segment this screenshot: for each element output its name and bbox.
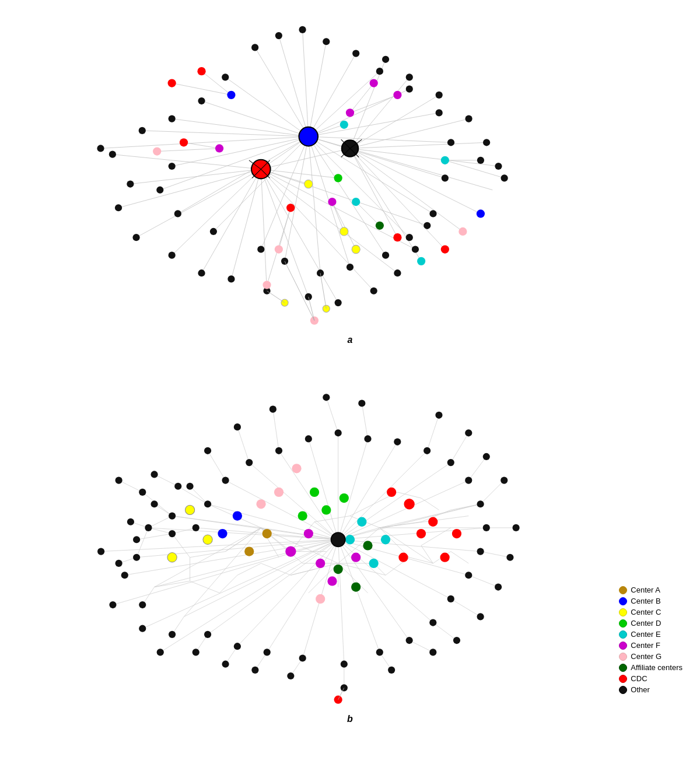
legend-item-center-f: Center F (619, 641, 682, 650)
svg-line-6 (202, 101, 309, 136)
node (157, 649, 164, 656)
node (222, 661, 229, 668)
legend-label-center-a: Center A (631, 586, 660, 594)
node-pink (316, 594, 325, 604)
legend-dot-cdc (619, 675, 627, 683)
node-pink (153, 147, 161, 155)
svg-line-182 (148, 516, 172, 528)
svg-line-59 (172, 83, 232, 95)
node-cyan (352, 198, 360, 206)
svg-line-5 (225, 77, 309, 136)
node-magenta (327, 576, 337, 586)
network-section-a: a (0, 0, 700, 350)
svg-line-113 (279, 451, 338, 539)
node (127, 180, 134, 187)
node (299, 654, 306, 661)
svg-line-69 (332, 202, 356, 249)
svg-line-191 (219, 575, 237, 593)
node-blue (227, 91, 235, 99)
node (139, 625, 146, 632)
svg-line-146 (350, 504, 374, 516)
svg-line-28 (118, 169, 261, 208)
node (323, 38, 330, 45)
svg-line-9 (101, 136, 309, 148)
node (150, 471, 158, 478)
svg-line-93 (208, 539, 338, 635)
legend: Center A Center B Center C Center D Cent… (619, 586, 682, 694)
node (477, 613, 484, 620)
node-red (440, 553, 449, 562)
node (222, 477, 229, 484)
svg-line-50 (350, 148, 421, 261)
svg-line-124 (184, 528, 261, 616)
svg-line-209 (155, 474, 178, 486)
svg-line-161 (468, 457, 486, 481)
node (169, 631, 176, 638)
node (97, 548, 104, 555)
node (406, 637, 413, 644)
svg-line-2 (303, 30, 309, 136)
section-label-b: b (347, 714, 353, 724)
node-yellow (323, 305, 330, 312)
legend-label-center-f: Center F (631, 641, 660, 650)
node-red (387, 488, 396, 497)
node-yellow (203, 535, 212, 544)
node (465, 572, 472, 579)
node (346, 264, 354, 271)
node-pink (274, 488, 284, 497)
svg-line-33 (261, 169, 267, 291)
svg-line-71 (309, 297, 314, 321)
network-svg-b (0, 350, 700, 712)
svg-line-10 (172, 136, 309, 166)
node-red (398, 553, 408, 562)
node (412, 246, 419, 253)
legend-label-center-c: Center C (631, 608, 661, 616)
node-darkgreen (363, 541, 372, 550)
node-red (393, 233, 401, 241)
node (424, 222, 430, 229)
node-yellow (340, 227, 348, 236)
node (483, 453, 490, 460)
node (169, 530, 176, 537)
legend-label-center-b: Center B (631, 597, 660, 605)
node-pink (459, 227, 467, 236)
node-green (298, 511, 307, 520)
node-darkgreen (351, 582, 360, 591)
legend-item-other: Other (619, 685, 682, 694)
node (198, 97, 205, 104)
node (477, 500, 484, 507)
node (465, 115, 472, 122)
node (442, 174, 449, 181)
svg-line-29 (136, 169, 261, 237)
node-blue (233, 511, 242, 520)
node-red (441, 245, 449, 253)
node-brown (244, 546, 254, 556)
node-red (416, 529, 426, 538)
node-red (452, 529, 461, 538)
node (121, 572, 128, 579)
node (453, 637, 460, 644)
node-cyan (417, 257, 425, 265)
network-svg-a (0, 0, 700, 332)
svg-line-192 (237, 563, 261, 575)
node-pink (292, 464, 301, 473)
node (169, 163, 176, 170)
node-pink (262, 281, 271, 289)
svg-line-65 (157, 148, 219, 151)
legend-item-center-c: Center C (619, 608, 682, 616)
node (174, 483, 181, 490)
node (174, 210, 181, 217)
svg-line-30 (172, 169, 261, 255)
svg-line-39 (261, 169, 427, 226)
svg-line-22 (309, 136, 451, 142)
svg-line-165 (468, 575, 498, 587)
node (406, 73, 413, 80)
node-magenta (393, 91, 401, 99)
node (447, 459, 454, 466)
node-magenta (215, 144, 223, 152)
node (406, 234, 413, 241)
legend-label-affiliate: Affiliate centers (631, 663, 682, 672)
node (429, 210, 436, 217)
svg-line-63 (445, 160, 505, 178)
node (139, 127, 146, 134)
